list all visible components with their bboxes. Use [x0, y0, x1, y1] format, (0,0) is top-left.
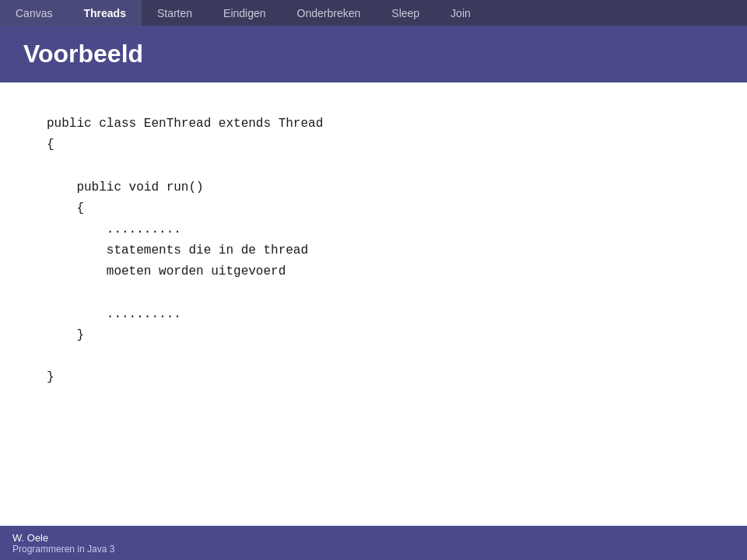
nav-item-sleep[interactable]: Sleep — [376, 0, 435, 26]
nav-item-threads[interactable]: Threads — [68, 0, 141, 26]
footer-author: W. Oele — [12, 532, 735, 544]
nav-item-starten[interactable]: Starten — [142, 0, 208, 26]
nav-item-onderbreken[interactable]: Onderbreken — [282, 0, 377, 26]
page-title: Voorbeeld — [23, 40, 724, 68]
nav-item-join[interactable]: Join — [435, 0, 486, 26]
footer: W. Oele Programmeren in Java 3 — [0, 526, 747, 560]
footer-course: Programmeren in Java 3 — [12, 544, 735, 555]
main-content: public class EenThread extends Thread { … — [0, 82, 747, 526]
nav-item-canvas[interactable]: Canvas — [0, 0, 68, 26]
code-block: public class EenThread extends Thread { … — [47, 114, 700, 388]
navbar: CanvasThreadsStartenEindigenOnderbrekenS… — [0, 0, 747, 26]
nav-item-eindigen[interactable]: Eindigen — [208, 0, 282, 26]
page-header: Voorbeeld — [0, 26, 747, 82]
